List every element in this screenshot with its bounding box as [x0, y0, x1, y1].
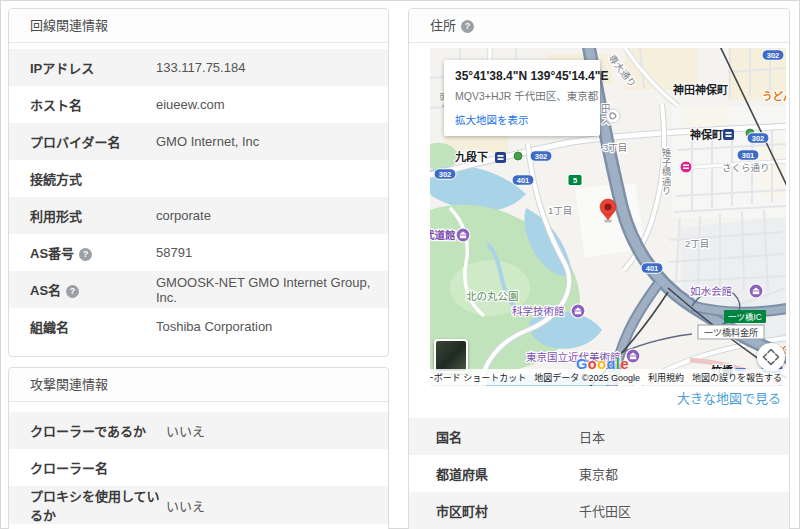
row-label: クローラーであるか — [30, 421, 166, 440]
tree-icon — [514, 152, 522, 160]
poi-label-science-museum: 科学技術館 — [512, 305, 565, 317]
row-value: 東京都 — [579, 464, 618, 483]
street-label-3chome: 3丁目 — [603, 142, 627, 153]
line-info-card: 回線関連情報 IPアドレス133.117.75.184 ホスト名eiueew.c… — [8, 8, 389, 357]
pan-arrows-icon — [764, 350, 779, 365]
poi-icon — [606, 109, 620, 123]
row-label: AS名? — [30, 280, 156, 299]
locality-label-kanda-jimbocho: 神田神保町 — [673, 83, 728, 96]
row-label: 組織名 — [30, 317, 156, 336]
address-card: 住所? — [408, 8, 790, 529]
route-shield-301: 301 — [737, 150, 759, 161]
table-row: プロキシを使用しているかいいえ — [9, 486, 388, 524]
row-value: eiueew.com — [156, 97, 225, 112]
expressway-shield-5: 5 — [568, 175, 582, 186]
map-info-card: 35°41'38.4"N 139°45'14.4"E MQV3+HJR 千代田区… — [444, 60, 600, 136]
address-header: 住所? — [409, 9, 789, 43]
route-shield-302: 302 — [747, 133, 769, 144]
table-row: 都道府県東京都 — [409, 455, 789, 492]
svg-text:302: 302 — [752, 134, 765, 143]
restaurant-poi-icon — [680, 161, 692, 173]
row-label: AS番号? — [30, 243, 156, 262]
street-label-2chome: 2丁目 — [685, 238, 709, 249]
row-value: corporate — [156, 208, 211, 223]
report-error-link[interactable]: 地図の誤りを報告する — [688, 369, 786, 385]
row-label: クローラー名 — [30, 458, 166, 477]
enlarge-map-link[interactable]: 拡大地図を表示 — [455, 112, 589, 127]
view-larger-row: 大きな地図で見る — [409, 386, 781, 412]
table-row: 接続方式 — [9, 160, 388, 197]
help-icon[interactable]: ? — [66, 285, 79, 298]
row-label: 市区町村 — [436, 501, 579, 520]
row-value: 133.117.75.184 — [156, 60, 245, 75]
svg-text:302: 302 — [767, 51, 780, 60]
table-row: クローラーであるかいいえ — [9, 412, 388, 449]
row-label: 都道府県 — [436, 464, 579, 483]
page: 回線関連情報 IPアドレス133.117.75.184 ホスト名eiueew.c… — [0, 0, 800, 529]
keyboard-shortcuts-button[interactable]: キーボード ショートカット — [430, 369, 530, 385]
museum-icon — [749, 284, 763, 298]
attack-info-rows: クローラーであるかいいえ クローラー名 プロキシを使用しているかいいえ — [9, 412, 388, 524]
help-icon[interactable]: ? — [79, 248, 92, 261]
address-rows: 国名日本 都道府県東京都 市区町村千代田区 — [409, 418, 789, 529]
attack-info-card: 攻撃関連情報 クローラーであるかいいえ クローラー名 プロキシを使用しているかい… — [8, 367, 389, 529]
route-shield-302: 302 — [530, 151, 552, 162]
station-label-kudanshita: 九段下 — [454, 150, 488, 163]
line-info-header: 回線関連情報 — [9, 9, 388, 43]
row-value: 日本 — [579, 427, 605, 446]
street-label-sakura-dori: さくら通り — [722, 162, 770, 173]
line-info-rows: IPアドレス133.117.75.184 ホスト名eiueew.com プロバイ… — [9, 49, 388, 345]
row-label: プロバイダー名 — [30, 132, 156, 151]
row-value: いいえ — [166, 496, 205, 515]
row-label: 接続方式 — [30, 169, 156, 188]
metro-station-icon — [723, 129, 734, 140]
terms-link[interactable]: 利用規約 — [644, 369, 688, 385]
row-value: GMOOSK-NET GMO Internet Group, Inc. — [156, 275, 378, 305]
table-row: 国名日本 — [409, 418, 789, 455]
metro-station-icon — [495, 152, 506, 163]
row-value: Toshiba Corporation — [156, 319, 272, 334]
pan-control[interactable] — [757, 343, 785, 371]
svg-text:5: 5 — [573, 176, 577, 185]
plus-code-label: MQV3+HJR 千代田区、東京都 — [455, 88, 589, 103]
table-row: 市区町村千代田区 — [409, 492, 789, 529]
street-label-1chome: 1丁目 — [548, 205, 572, 216]
table-row: AS名?GMOOSK-NET GMO Internet Group, Inc. — [9, 271, 388, 308]
row-label: 利用形式 — [30, 206, 156, 225]
attack-info-header: 攻撃関連情報 — [9, 368, 388, 402]
coordinates-label: 35°41'38.4"N 139°45'14.4"E — [455, 69, 589, 83]
table-row: AS番号?58791 — [9, 234, 388, 271]
row-label: ホスト名 — [30, 95, 156, 114]
museum-icon — [456, 228, 470, 242]
table-row: 組織名Toshiba Corporation — [9, 308, 388, 345]
route-shield-401: 401 — [512, 175, 534, 186]
poi-label-budokan: 武道館 — [430, 229, 456, 241]
route-shield-302: 302 — [762, 50, 784, 61]
svg-text:401: 401 — [646, 264, 659, 273]
route-shield-302: 302 — [434, 169, 456, 180]
table-row: ホスト名eiueew.com — [9, 86, 388, 123]
help-icon[interactable]: ? — [461, 20, 474, 33]
row-label: IPアドレス — [30, 58, 156, 77]
poi-label-udon: うどん — [762, 90, 786, 102]
table-row: クローラー名 — [9, 449, 388, 486]
svg-text:302: 302 — [439, 170, 452, 179]
tollgate-badge-label: 一ツ橋料金所 — [704, 327, 758, 338]
route-shield-401: 401 — [641, 263, 663, 274]
satellite-view-toggle[interactable] — [434, 339, 468, 373]
row-value: 千代田区 — [579, 501, 631, 520]
row-label: プロキシを使用しているか — [30, 486, 166, 524]
park-label-kitanomaru: 北の丸公園 — [466, 290, 519, 302]
table-row: 利用形式corporate — [9, 197, 388, 234]
row-value: 58791 — [156, 245, 192, 260]
row-value: GMO Internet, Inc — [156, 134, 259, 149]
svg-text:302: 302 — [535, 152, 548, 161]
view-larger-map-link[interactable]: 大きな地図で見る — [677, 391, 781, 406]
svg-text:301: 301 — [742, 151, 755, 160]
table-row: IPアドレス133.117.75.184 — [9, 49, 388, 86]
row-label: 国名 — [436, 427, 579, 446]
google-map[interactable]: 専大通り 通り 田 ス 3丁目 1丁目 2丁目 さくら通り 雉子橋通り 神田神保… — [430, 48, 786, 386]
street-label-kijibashi-dori: 雉子橋通り — [661, 147, 672, 195]
museum-icon — [571, 304, 585, 318]
table-row: プロバイダー名GMO Internet, Inc — [9, 123, 388, 160]
